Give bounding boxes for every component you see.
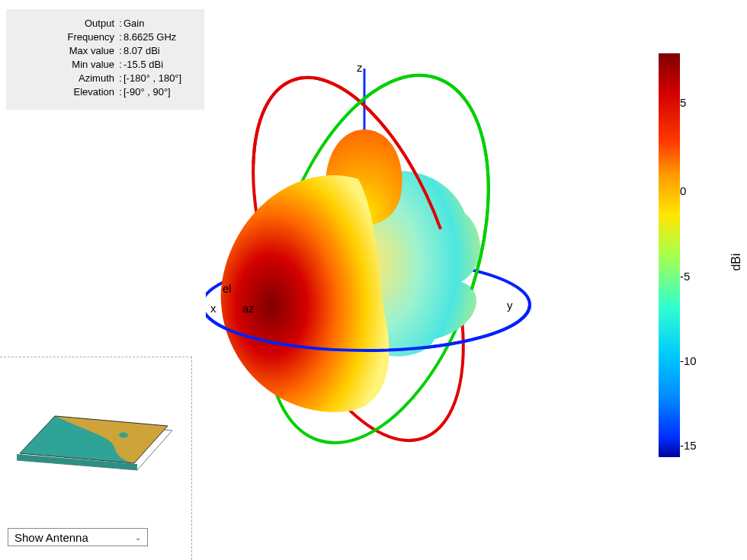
antenna-thumbnail — [9, 388, 177, 479]
info-row-elevation: Elevation : [-90° , 90°] — [15, 85, 195, 99]
info-value: 8.07 dBi — [123, 44, 195, 58]
info-label: Frequency — [15, 30, 117, 44]
pattern-main-lobe — [221, 175, 390, 412]
info-sep: : — [117, 17, 123, 30]
info-sep: : — [117, 58, 123, 72]
info-row-azimuth: Azimuth : [-180° , 180°] — [15, 72, 195, 85]
colorbar-title: dBi — [729, 253, 743, 270]
colorbar-gradient — [659, 53, 680, 457]
info-value: -15.5 dBi — [123, 58, 195, 72]
info-row-output: Output : Gain — [15, 17, 195, 30]
colorbar-ticks: 5 0 -5 -10 -15 — [680, 53, 710, 457]
info-value: 8.6625 GHz — [123, 30, 195, 44]
info-value: Gain — [123, 17, 195, 30]
svg-point-5 — [119, 433, 128, 438]
info-row-max: Max value : 8.07 dBi — [15, 44, 195, 58]
info-box: Output : Gain Frequency : 8.6625 GHz Max… — [6, 9, 204, 110]
info-row-frequency: Frequency : 8.6625 GHz — [15, 30, 195, 44]
pattern-svg — [206, 38, 602, 495]
colorbar-tick: -15 — [680, 439, 710, 452]
info-label: Min value — [15, 58, 117, 72]
antenna-thumb-svg — [9, 388, 177, 479]
info-row-min: Min value : -15.5 dBi — [15, 58, 195, 72]
colorbar-tick: -10 — [680, 354, 710, 366]
info-sep: : — [117, 44, 123, 58]
axis-label-az: az — [242, 302, 255, 315]
info-sep: : — [117, 85, 123, 99]
select-value: Show Antenna — [14, 531, 88, 544]
info-label: Azimuth — [15, 72, 117, 85]
show-antenna-select[interactable]: Show Antenna ⌄ — [8, 528, 148, 546]
axis-label-z: z — [357, 61, 363, 74]
info-value: [-180° , 180°] — [123, 72, 195, 85]
info-label: Output — [15, 17, 117, 30]
colorbar-tick: -5 — [680, 269, 710, 282]
info-value: [-90° , 90°] — [123, 85, 195, 99]
info-sep: : — [117, 30, 123, 44]
colorbar-tick: 0 — [680, 184, 710, 197]
axis-label-y: y — [507, 299, 513, 312]
antenna-preview-panel: Show Antenna ⌄ — [0, 357, 192, 560]
axis-label-x: x — [210, 302, 216, 315]
axis-label-el: el — [223, 282, 232, 295]
radiation-pattern-3d[interactable]: z y x el az — [206, 38, 602, 495]
colorbar — [659, 53, 680, 457]
chevron-down-icon: ⌄ — [135, 533, 141, 542]
colorbar-tick: 5 — [680, 95, 710, 108]
info-label: Max value — [15, 44, 117, 58]
info-sep: : — [117, 72, 123, 85]
info-label: Elevation — [15, 85, 117, 99]
